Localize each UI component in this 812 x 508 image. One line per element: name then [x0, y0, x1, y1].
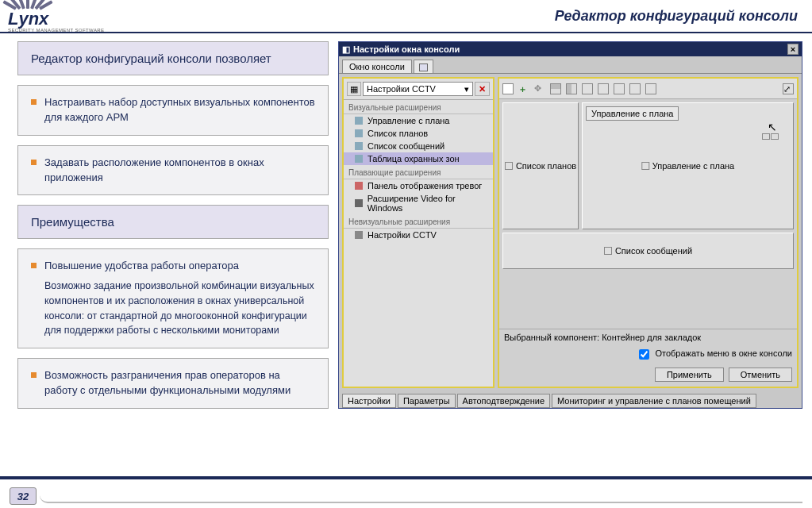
- window-icon: [419, 64, 428, 71]
- section-nonvisual: Невизуальные расширения: [344, 214, 493, 229]
- split-h-icon[interactable]: [550, 83, 561, 94]
- selected-component-label: Выбранный компонент: Контейнер для закла…: [499, 329, 797, 345]
- page-number: 32: [10, 487, 37, 505]
- expand-icon[interactable]: ⤢: [783, 83, 794, 94]
- alarm-icon: [355, 182, 363, 190]
- list-icon: [505, 162, 513, 170]
- header: Lynx SECURITY MANAGEMENT SOFTWARE Редакт…: [0, 0, 812, 33]
- feature-panel-1: Настраивать набор доступных визуальных к…: [17, 85, 329, 136]
- split-v-icon[interactable]: [566, 83, 577, 94]
- window-title: Настройки окна консоли: [353, 44, 460, 54]
- bullet-icon: [31, 99, 37, 105]
- plan-icon: [355, 117, 363, 125]
- app-window: ◧ Настройки окна консоли × Окно консоли …: [338, 41, 802, 409]
- new-icon[interactable]: [502, 83, 514, 94]
- tree-item[interactable]: Список планов: [344, 127, 493, 140]
- left-pane: ▦ Настройки CCTV▾ ✕ Визуальные расширени…: [342, 77, 495, 388]
- bottom-tabs: Настройки Параметры Автоподтверждение Мо…: [339, 391, 802, 408]
- page-title: Редактор конфигураций консоли: [555, 8, 798, 25]
- right-pane: ＋ ✥ ⤢ Список планов Управление с плана ↖: [498, 77, 799, 388]
- advantage-panel-2: Возможность разграничения прав операторо…: [17, 358, 329, 409]
- move-icon[interactable]: ✥: [534, 83, 545, 94]
- bullet-icon: [31, 160, 37, 165]
- layout2-icon[interactable]: [598, 83, 609, 94]
- cancel-button[interactable]: Отменить: [729, 368, 792, 382]
- bullet-icon: [31, 372, 37, 378]
- cell-plans[interactable]: Список планов: [502, 102, 579, 229]
- cell-control-label: Управление с плана: [652, 161, 734, 171]
- add-icon[interactable]: ＋: [518, 83, 529, 94]
- footer: 32: [0, 476, 812, 508]
- tab-chip[interactable]: Управление с плана: [586, 106, 679, 121]
- tree-item[interactable]: Управление с плана: [344, 114, 493, 127]
- list-icon: [355, 129, 363, 137]
- intro-panel: Редактор конфигураций консоли позволяет: [17, 41, 329, 75]
- layout3-icon[interactable]: [614, 83, 625, 94]
- layout5-icon[interactable]: [645, 83, 656, 94]
- tree-item-selected[interactable]: Таблица охранных зон: [344, 152, 493, 165]
- advantage-panel-1: Повышение удобства работы оператора Возм…: [17, 248, 329, 348]
- cell-messages[interactable]: Список сообщений: [502, 233, 794, 269]
- tree-item[interactable]: Список сообщений: [344, 140, 493, 152]
- swoosh-decoration: [40, 495, 802, 503]
- tree-item[interactable]: Панель отображения тревог: [344, 179, 493, 192]
- layout4-icon[interactable]: [629, 83, 641, 94]
- top-tabs: Окно консоли: [339, 56, 802, 74]
- apply-button[interactable]: Применить: [655, 368, 724, 382]
- advantage-text: Возможность разграничения прав операторо…: [44, 368, 315, 398]
- plan-icon: [641, 162, 649, 170]
- tab-autoconfirm[interactable]: Автоподтверждение: [457, 394, 550, 408]
- logo-subtitle: SECURITY MANAGEMENT SOFTWARE: [8, 28, 104, 33]
- cursor-icon: ↖: [768, 121, 777, 133]
- mini-layout-icon: [762, 133, 779, 140]
- settings-icon: [355, 231, 363, 239]
- intro-title: Редактор конфигураций консоли позволяет: [31, 52, 315, 65]
- menu-checkbox-row: Отображать меню в окне консоли: [499, 345, 797, 363]
- layout-canvas[interactable]: Список планов Управление с плана ↖ Управ…: [499, 99, 797, 329]
- tab-new[interactable]: [414, 60, 433, 73]
- titlebar: ◧ Настройки окна консоли ×: [339, 42, 802, 56]
- feature-text: Настраивать набор доступных визуальных к…: [44, 95, 315, 125]
- cell-tab-container[interactable]: Управление с плана ↖ Управление с плана: [582, 102, 794, 229]
- advantages-panel: Преимущества: [17, 205, 329, 239]
- advantage-body: Возможно задание произвольной комбинации…: [44, 279, 315, 338]
- checkbox-label: Отображать меню в окне консоли: [655, 348, 792, 358]
- messages-icon: [355, 142, 363, 150]
- section-visual: Визуальные расширения: [344, 100, 493, 114]
- advantage-title: Повышение удобства работы оператора: [44, 259, 239, 274]
- logo-fan-icon: [14, 0, 104, 9]
- messages-icon: [604, 247, 612, 255]
- tab-settings[interactable]: Настройки: [342, 394, 396, 408]
- feature-panel-2: Задавать расположение компонентов в окна…: [17, 145, 329, 196]
- zones-icon: [355, 155, 363, 163]
- layout-toolbar: ＋ ✥ ⤢: [499, 79, 797, 99]
- close-icon[interactable]: ×: [787, 44, 799, 55]
- preset-icon[interactable]: ▦: [347, 82, 361, 96]
- feature-text: Задавать расположение компонентов в окна…: [44, 156, 315, 186]
- tab-monitoring[interactable]: Мониторинг и управление с планов помещен…: [552, 394, 756, 408]
- bullet-icon: [31, 263, 37, 268]
- delete-icon[interactable]: ✕: [475, 82, 490, 96]
- layout1-icon[interactable]: [582, 83, 593, 94]
- config-dropdown[interactable]: Настройки CCTV▾: [363, 82, 473, 96]
- logo-text: Lynx: [8, 9, 104, 29]
- advantages-title: Преимущества: [31, 215, 315, 229]
- video-icon: [355, 199, 363, 207]
- tree-item[interactable]: Расширение Video for Windows: [344, 192, 493, 214]
- show-menu-checkbox[interactable]: [639, 349, 649, 360]
- tree-item[interactable]: Настройки CCTV: [344, 229, 493, 241]
- logo-area: Lynx SECURITY MANAGEMENT SOFTWARE: [8, 0, 104, 33]
- tab-params[interactable]: Параметры: [398, 394, 456, 408]
- tab-console-window[interactable]: Окно консоли: [342, 60, 412, 73]
- section-floating: Плавающие расширения: [344, 165, 493, 179]
- window-icon: ◧: [342, 44, 350, 55]
